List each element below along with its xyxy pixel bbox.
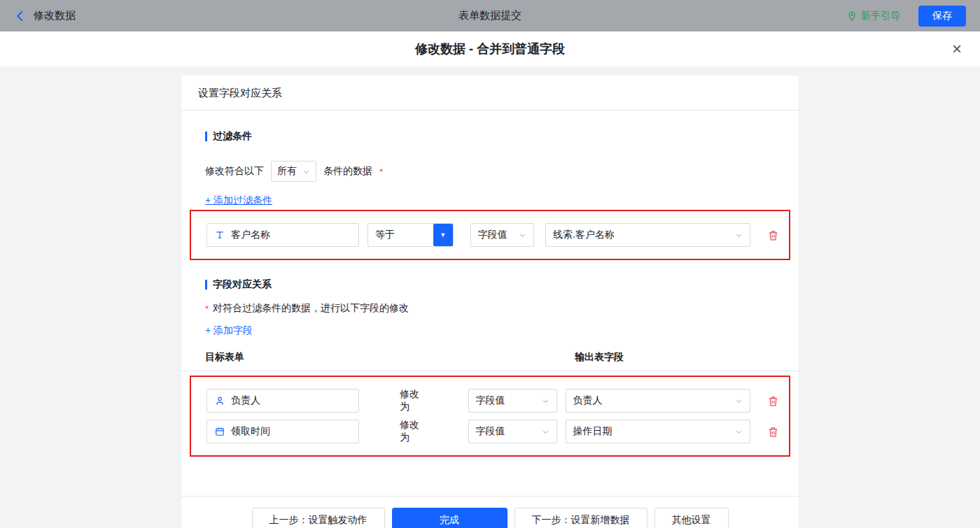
chevron-down-icon bbox=[735, 231, 743, 239]
modify-to-label: 修改为 bbox=[400, 419, 429, 444]
close-icon[interactable]: × bbox=[952, 41, 962, 57]
trash-icon bbox=[767, 395, 779, 407]
filter-field-input[interactable]: 客户名称 bbox=[206, 223, 359, 247]
filter-highlight-box: 客户名称 等于 ▼ 字段值 线索.客户名称 bbox=[190, 210, 790, 260]
output-field-select[interactable]: 负责人 bbox=[566, 389, 751, 413]
mapping-section-label: 字段对应关系 bbox=[213, 278, 272, 291]
output-field-select[interactable]: 操作日期 bbox=[566, 420, 751, 443]
calendar-icon bbox=[215, 427, 225, 436]
condition-prefix: 修改符合以下 bbox=[205, 165, 264, 178]
value-type-value: 字段值 bbox=[476, 394, 505, 407]
settings-card: 设置字段对应关系 过滤条件 修改符合以下 所有 条件的数据 * + 添加过滤条件 bbox=[181, 76, 799, 528]
top-bar: 修改数据 表单数据提交 新手引导 保存 bbox=[0, 0, 980, 31]
filter-section-label: 过滤条件 bbox=[213, 130, 252, 143]
condition-suffix: 条件的数据 bbox=[323, 165, 372, 178]
mapping-section-title: 字段对应关系 bbox=[205, 278, 799, 291]
chevron-down-icon bbox=[519, 231, 526, 239]
delete-condition-button[interactable] bbox=[767, 229, 779, 241]
output-field-value: 负责人 bbox=[573, 394, 603, 407]
chevron-down-icon bbox=[735, 397, 743, 405]
back-label: 修改数据 bbox=[34, 9, 76, 22]
section-marker bbox=[205, 280, 207, 290]
save-button[interactable]: 保存 bbox=[918, 6, 966, 27]
guide-pin-icon bbox=[847, 10, 857, 22]
back-chevron-icon bbox=[14, 10, 27, 22]
add-field-link[interactable]: + 添加字段 bbox=[205, 324, 253, 337]
value-select[interactable]: 线索.客户名称 bbox=[545, 223, 750, 247]
other-settings-button[interactable]: 其他设置 bbox=[654, 508, 729, 528]
mapping-column-headers: 目标表单 输出表字段 bbox=[181, 351, 799, 371]
card-title: 设置字段对应关系 bbox=[181, 76, 799, 110]
target-field-input[interactable]: 负责人 bbox=[206, 389, 359, 413]
trash-icon bbox=[767, 426, 779, 438]
person-icon bbox=[215, 396, 225, 406]
add-filter-condition-link[interactable]: + 添加过滤条件 bbox=[205, 194, 272, 207]
mapping-row: 负责人 修改为 字段值 负责人 bbox=[206, 388, 779, 413]
chevron-down-icon bbox=[735, 428, 743, 436]
condition-line: 修改符合以下 所有 条件的数据 * bbox=[205, 161, 799, 182]
required-asterisk: * bbox=[205, 304, 209, 314]
operator-select[interactable]: 等于 ▼ bbox=[368, 223, 454, 247]
next-step-button[interactable]: 下一步：设置新增数据 bbox=[514, 508, 648, 528]
value-type-select[interactable]: 字段值 bbox=[470, 223, 534, 247]
value-type-select[interactable]: 字段值 bbox=[468, 420, 557, 443]
mapping-description: * 对符合过滤条件的数据，进行以下字段的修改 bbox=[205, 302, 799, 315]
filter-field-value: 客户名称 bbox=[231, 229, 270, 241]
dialog-title: 修改数据 - 合并到普通字段 bbox=[415, 41, 565, 57]
trash-icon bbox=[767, 229, 779, 241]
required-asterisk: * bbox=[379, 166, 383, 177]
mapping-description-text: 对符合过滤条件的数据，进行以下字段的修改 bbox=[213, 302, 409, 315]
operator-value: 等于 bbox=[368, 224, 433, 246]
text-field-icon bbox=[215, 230, 225, 240]
back-button[interactable]: 修改数据 bbox=[14, 9, 76, 22]
value-type-value: 字段值 bbox=[478, 229, 507, 241]
chevron-down-icon bbox=[302, 168, 310, 176]
delete-mapping-button[interactable] bbox=[767, 395, 779, 407]
chevron-down-icon bbox=[542, 397, 550, 405]
column-target-form: 目标表单 bbox=[205, 351, 575, 364]
operator-dropdown-button[interactable]: ▼ bbox=[433, 224, 453, 246]
output-field-value: 操作日期 bbox=[573, 425, 612, 438]
condition-scope-value: 所有 bbox=[277, 165, 297, 178]
condition-scope-select[interactable]: 所有 bbox=[271, 161, 316, 182]
target-field-value: 领取时间 bbox=[231, 425, 270, 438]
filter-condition-row: 客户名称 等于 ▼ 字段值 线索.客户名称 bbox=[206, 223, 779, 247]
chevron-down-icon bbox=[542, 428, 550, 436]
dialog-footer: 上一步：设置触发动作 完成 下一步：设置新增数据 其他设置 bbox=[181, 496, 799, 528]
delete-mapping-button[interactable] bbox=[767, 426, 779, 438]
dialog-header: 修改数据 - 合并到普通字段 × bbox=[0, 31, 980, 66]
section-marker bbox=[205, 131, 207, 141]
column-output-field: 输出表字段 bbox=[575, 351, 624, 364]
done-button[interactable]: 完成 bbox=[392, 508, 507, 528]
mapping-highlight-box: 负责人 修改为 字段值 负责人 bbox=[190, 376, 790, 457]
prev-step-button[interactable]: 上一步：设置触发动作 bbox=[252, 508, 385, 528]
guide-label: 新手引导 bbox=[861, 10, 900, 22]
mapping-row: 领取时间 修改为 字段值 操作日期 bbox=[206, 419, 779, 444]
beginner-guide-link[interactable]: 新手引导 bbox=[847, 10, 900, 22]
target-field-value: 负责人 bbox=[231, 394, 260, 407]
target-field-input[interactable]: 领取时间 bbox=[206, 420, 359, 443]
page-title: 表单数据提交 bbox=[0, 9, 980, 22]
filter-section-title: 过滤条件 bbox=[205, 130, 799, 143]
modify-to-label: 修改为 bbox=[400, 388, 429, 413]
value-type-value: 字段值 bbox=[476, 425, 505, 438]
value-select-value: 线索.客户名称 bbox=[553, 229, 615, 241]
value-type-select[interactable]: 字段值 bbox=[468, 389, 557, 413]
dialog-body: 设置字段对应关系 过滤条件 修改符合以下 所有 条件的数据 * + 添加过滤条件 bbox=[0, 66, 980, 528]
